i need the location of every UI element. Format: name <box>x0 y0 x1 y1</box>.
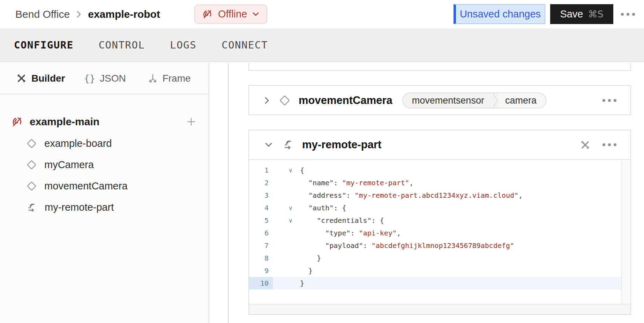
tab-logs[interactable]: LOGS <box>170 39 196 51</box>
code-line: 8 } <box>249 252 630 264</box>
json-braces-icon: {} <box>84 73 95 84</box>
code-line-text: "credentials": { <box>300 214 621 227</box>
line-number: 1 <box>249 164 273 176</box>
mode-frame-label: Frame <box>163 73 191 84</box>
card-title: my-remote-part <box>302 138 381 151</box>
fold-toggle-icon[interactable]: ∨ <box>273 214 300 227</box>
header-more-menu-button[interactable] <box>621 13 635 16</box>
line-number: 8 <box>249 252 273 264</box>
line-number: 10 <box>249 277 273 290</box>
my-remote-part-card-header: my-remote-part <box>249 130 630 160</box>
component-diamond-icon <box>27 160 37 170</box>
builder-tools-icon <box>16 73 27 84</box>
tree-item-my-remote-part[interactable]: my-remote-part <box>0 197 209 218</box>
my-remote-part-card: my-remote-part 1∨{2 "name": "my-remote-p… <box>248 130 631 315</box>
component-diamond-icon <box>279 95 290 106</box>
card-more-menu-button[interactable] <box>602 143 616 146</box>
tree-item-movementcamera[interactable]: movementCamera <box>0 175 209 197</box>
component-diamond-icon <box>27 138 37 149</box>
code-line-text: } <box>300 277 621 290</box>
line-number: 3 <box>249 189 273 202</box>
save-button-label: Save <box>560 8 583 20</box>
breadcrumb-separator-icon <box>76 10 82 19</box>
mode-json[interactable]: {} JSON <box>84 73 126 84</box>
code-line: 5∨ "credentials": { <box>249 214 630 227</box>
tree-root-example-main[interactable]: example-main <box>0 111 209 133</box>
code-line: 9 } <box>249 264 630 277</box>
save-button[interactable]: Save ⌘S <box>550 4 613 24</box>
chip-segment-camera: camera <box>499 93 546 108</box>
fold-spacer <box>273 227 300 239</box>
mode-builder[interactable]: Builder <box>16 73 65 84</box>
movementcamera-card: movementCamera movementsensor camera <box>248 85 631 115</box>
add-component-button[interactable] <box>186 117 196 127</box>
fold-spacer <box>273 189 300 202</box>
unsaved-changes-indicator: Unsaved changes <box>454 4 545 24</box>
fold-spacer <box>273 252 300 264</box>
tab-control[interactable]: CONTROL <box>99 39 145 51</box>
card-footer-bar <box>249 304 630 314</box>
code-line-text: } <box>300 264 621 277</box>
chevron-down-icon[interactable] <box>264 142 274 148</box>
json-code-editor[interactable]: 1∨{2 "name": "my-remote-part",3 "address… <box>249 160 630 304</box>
line-number: 2 <box>249 176 273 189</box>
mode-builder-label: Builder <box>31 73 65 84</box>
fold-toggle-icon[interactable]: ∨ <box>273 202 300 214</box>
content-divider-line <box>228 63 229 323</box>
code-editor-lines: 1∨{2 "name": "my-remote-part",3 "address… <box>249 164 630 290</box>
code-line-text: "type": "api-key", <box>300 227 621 239</box>
component-diamond-icon <box>27 181 37 191</box>
fold-spacer <box>273 264 300 277</box>
tab-connect[interactable]: CONNECT <box>222 39 268 51</box>
code-line-text: "address": "my-remote-part.abcd1234xyz.v… <box>300 189 621 202</box>
frame-axes-icon <box>148 73 158 84</box>
save-shortcut-hint: ⌘S <box>588 9 603 20</box>
line-number: 7 <box>249 239 273 252</box>
code-line: 3 "address": "my-remote-part.abcd1234xyz… <box>249 189 630 202</box>
tree-item-mycamera[interactable]: myCamera <box>0 154 209 175</box>
tree-root-label: example-main <box>30 116 99 128</box>
tree-item-label: myCamera <box>44 159 94 171</box>
code-line: 1∨{ <box>249 164 630 176</box>
code-line-text: { <box>300 164 621 176</box>
mode-frame[interactable]: Frame <box>148 73 191 84</box>
fold-spacer <box>273 239 300 252</box>
app-header: Bend Office example-robot Offline Unsave… <box>0 0 644 28</box>
card-title: movementCamera <box>299 94 392 107</box>
line-number: 5 <box>249 214 273 227</box>
mode-json-label: JSON <box>100 73 126 84</box>
code-line-text: "payload": "abcdefghijklmnop123456789abc… <box>300 239 621 252</box>
partial-card-above <box>248 63 631 71</box>
breadcrumb-org-link[interactable]: Bend Office <box>15 8 70 20</box>
movementcamera-card-header: movementCamera movementsensor camera <box>249 86 630 115</box>
offline-signal-icon <box>201 8 213 20</box>
component-type-chip: movementsensor camera <box>402 92 546 108</box>
fold-toggle-icon[interactable]: ∨ <box>273 164 300 176</box>
builder-tools-icon[interactable] <box>580 140 591 150</box>
code-line: 2 "name": "my-remote-part", <box>249 176 630 189</box>
chevron-right-icon[interactable] <box>264 96 270 105</box>
code-line-text: "name": "my-remote-part", <box>300 176 621 189</box>
fold-spacer <box>273 176 300 189</box>
code-line: 4∨ "auth": { <box>249 202 630 214</box>
fold-spacer <box>273 277 300 290</box>
part-tree: example-main example-board myCamera move… <box>0 95 209 218</box>
chip-divider-icon <box>492 92 499 108</box>
machine-tab-bar: CONFIGURE CONTROL LOGS CONNECT <box>0 28 644 62</box>
line-number: 6 <box>249 227 273 239</box>
machine-status-dropdown[interactable]: Offline <box>194 5 267 24</box>
config-mode-switcher: Builder {} JSON Frame <box>0 63 209 95</box>
chip-segment-movementsensor: movementsensor <box>403 93 492 108</box>
code-line: 6 "type": "api-key", <box>249 227 630 239</box>
code-line: 10} <box>249 277 630 290</box>
chevron-down-icon <box>252 12 260 17</box>
config-sidebar: Builder {} JSON Frame <box>0 63 209 323</box>
line-number: 9 <box>249 264 273 277</box>
remote-part-icon <box>27 202 37 213</box>
remote-part-icon <box>283 139 294 150</box>
tab-configure[interactable]: CONFIGURE <box>14 39 74 51</box>
tree-item-example-board[interactable]: example-board <box>0 133 209 154</box>
code-line-text: } <box>300 252 621 264</box>
card-more-menu-button[interactable] <box>602 99 616 102</box>
editor-scrollbar[interactable] <box>621 160 630 304</box>
